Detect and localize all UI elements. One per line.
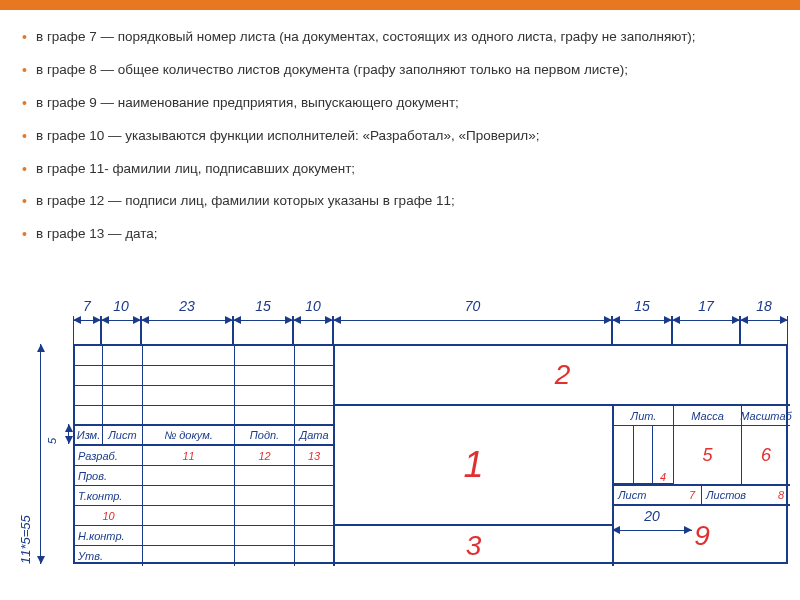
title-block-diagram: 71023151070151718 11*5=55 5 Изм. Лист № … — [10, 300, 790, 590]
list-cell: Лист 7 — [614, 486, 702, 506]
bullet-item: в графе 8 — общее количество листов доку… — [22, 61, 778, 80]
bullet-item: в графе 11- фамилии лиц, подписавших док… — [22, 160, 778, 179]
hdr-massa: Масса — [674, 406, 742, 426]
row-nkontr: Н.контр. — [75, 526, 143, 546]
hdr-doc: № докум. — [143, 426, 235, 446]
val-4: 4 — [653, 426, 673, 484]
dim-top-15: 15 — [233, 300, 293, 340]
bullet-item: в графе 7 — порядковый номер листа (на д… — [22, 28, 778, 47]
row-tkontr: Т.контр. — [75, 486, 143, 506]
hdr-lit: Лит. — [614, 406, 674, 426]
listov-cell: Листов 8 — [702, 486, 790, 506]
val-11: 11 — [143, 446, 235, 466]
dim-top-23: 23 — [141, 300, 233, 340]
lit-cell: 4 — [614, 426, 674, 486]
val-8: 8 — [778, 489, 784, 501]
dim-top-10: 10 — [293, 300, 333, 340]
dim-bot-20: 20 — [612, 510, 692, 550]
val-5: 5 — [674, 426, 742, 486]
hdr-podp: Подп. — [235, 426, 295, 446]
dim-top-10: 10 — [101, 300, 141, 340]
bullet-list: в графе 7 — порядковый номер листа (на д… — [0, 10, 800, 268]
zone-2: 2 — [335, 346, 790, 406]
hdr-izm: Изм. — [75, 426, 103, 446]
val-13: 13 — [295, 446, 335, 466]
bullet-item: в графе 10 — указываются функции исполни… — [22, 127, 778, 146]
row-prov: Пров. — [75, 466, 143, 486]
val-12: 12 — [235, 446, 295, 466]
hdr-mashtab: Масштаб — [742, 406, 790, 426]
header-bar — [0, 0, 800, 10]
row-utv: Утв. — [75, 546, 143, 566]
val-7: 7 — [689, 489, 695, 501]
val-10: 10 — [75, 506, 143, 526]
bullet-item: в графе 9 — наименование предприятия, вы… — [22, 94, 778, 113]
hdr-data: Дата — [295, 426, 335, 446]
dim-top-18: 18 — [740, 300, 788, 340]
dim-top-17: 17 — [672, 300, 740, 340]
bullet-item: в графе 12 — подписи лиц, фамилии которы… — [22, 192, 778, 211]
dim-top-7: 7 — [73, 300, 101, 340]
zone-1: 1 — [335, 406, 614, 526]
zone-3: 3 — [335, 526, 614, 566]
bullet-item: в графе 13 — дата; — [22, 225, 778, 244]
row-razrab: Разраб. — [75, 446, 143, 466]
top-dimensions: 71023151070151718 — [10, 300, 790, 340]
val-6: 6 — [742, 426, 790, 486]
hdr-list: Лист — [103, 426, 143, 446]
dim-top-70: 70 — [333, 300, 612, 340]
dim-top-15: 15 — [612, 300, 672, 340]
